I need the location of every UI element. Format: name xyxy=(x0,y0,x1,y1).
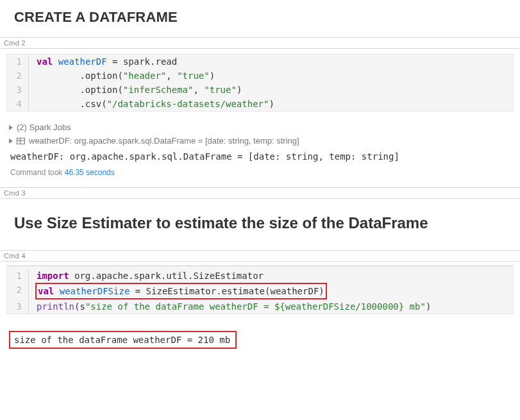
cmd-label-3: Cmd 3 xyxy=(0,187,520,199)
repl-output: weatherDF: org.apache.spark.sql.DataFram… xyxy=(9,147,511,164)
command-timing: Command took 46.35 seconds xyxy=(9,164,511,183)
spark-jobs-label: (2) Spark Jobs xyxy=(17,122,71,132)
code-line: val weatherDF = spark.read xyxy=(29,55,177,69)
line-number: 1 xyxy=(7,269,29,283)
chevron-right-icon xyxy=(9,139,13,144)
spark-jobs-toggle[interactable]: (2) Spark Jobs xyxy=(9,121,511,134)
line-number: 2 xyxy=(7,69,29,83)
code-line: .csv("/databricks-datasets/weather") xyxy=(29,97,274,111)
schema-toggle[interactable]: weatherDF: org.apache.spark.sql.DataFram… xyxy=(9,134,511,147)
markdown-heading-size: Use Size Estimater to estimate the size … xyxy=(14,214,520,232)
line-number: 2 xyxy=(7,283,29,299)
table-icon xyxy=(17,138,25,144)
output-cmd2: (2) Spark Jobs weatherDF: org.apache.spa… xyxy=(6,118,514,187)
code-cell-cmd2[interactable]: 1 val weatherDF = spark.read 2 .option("… xyxy=(6,54,514,112)
cmd-label-2: Cmd 2 xyxy=(0,37,520,49)
line-number: 4 xyxy=(7,97,29,111)
code-line: .option("header", "true") xyxy=(29,69,215,83)
cmd-label-4: Cmd 4 xyxy=(0,250,520,262)
markdown-heading-create: CREATE A DATAFRAME xyxy=(14,9,520,26)
chevron-right-icon xyxy=(9,125,13,130)
code-cell-cmd4[interactable]: 1 import org.apache.spark.util.SizeEstim… xyxy=(6,265,514,314)
line-number: 3 xyxy=(7,299,29,314)
result-output: size of the dataFrame weatherDF = 210 mb xyxy=(9,331,237,349)
code-line: import org.apache.spark.util.SizeEstimat… xyxy=(29,269,264,283)
line-number: 1 xyxy=(7,55,29,69)
line-number: 3 xyxy=(7,83,29,97)
code-line: val weatherDFSize = SizeEstimator.estima… xyxy=(29,283,327,299)
code-line: .option("inferSchema", "true") xyxy=(29,83,242,97)
code-line: println(s"size of the dataFrame weatherD… xyxy=(29,299,431,314)
highlight-box: val weatherDFSize = SizeEstimator.estima… xyxy=(35,283,327,299)
schema-text: weatherDF: org.apache.spark.sql.DataFram… xyxy=(29,136,299,146)
